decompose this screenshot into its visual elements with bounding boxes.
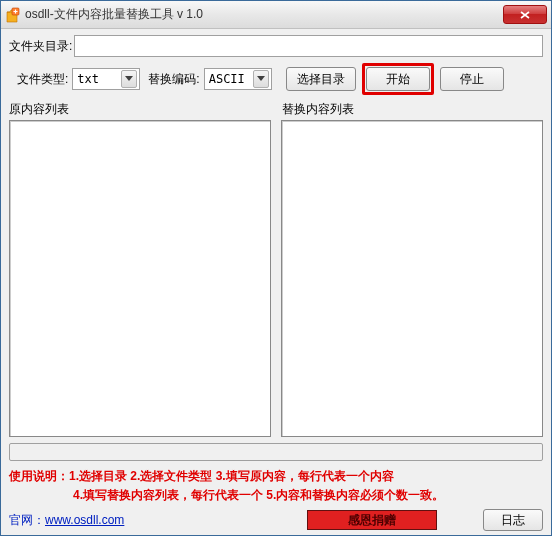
lists-container [9,120,543,437]
progress-bar [9,443,543,461]
site-label: 官网： [9,513,45,527]
encoding-combo[interactable]: ASCII [204,68,272,90]
stop-button[interactable]: 停止 [440,67,504,91]
filetype-value: txt [77,72,121,86]
repl-list-label: 替换内容列表 [282,101,543,118]
instructions-line1: 使用说明：1.选择目录 2.选择文件类型 3.填写原内容，每行代表一个内容 [9,469,394,483]
client-area: 文件夹目录: 文件类型: txt 替换编码: ASCII 选择目录 开始 [1,29,551,535]
window-title: osdll-文件内容批量替换工具 v 1.0 [25,6,503,23]
start-button[interactable]: 开始 [366,67,430,91]
dir-row: 文件夹目录: [9,35,543,57]
site-info: 官网：www.osdll.com [9,512,124,529]
orig-list[interactable] [9,120,271,437]
site-link[interactable]: www.osdll.com [45,513,124,527]
encoding-label: 替换编码: [148,71,199,88]
titlebar[interactable]: osdll-文件内容批量替换工具 v 1.0 [1,1,551,29]
app-window: osdll-文件内容批量替换工具 v 1.0 文件夹目录: 文件类型: txt … [0,0,552,536]
orig-list-label: 原内容列表 [9,101,270,118]
instructions: 使用说明：1.选择目录 2.选择文件类型 3.填写原内容，每行代表一个内容 4.… [9,465,543,507]
choose-dir-button[interactable]: 选择目录 [286,67,356,91]
chevron-down-icon [121,70,137,88]
options-row: 文件类型: txt 替换编码: ASCII 选择目录 开始 停止 [9,63,543,95]
chevron-down-icon [253,70,269,88]
encoding-value: ASCII [209,72,253,86]
list-headers: 原内容列表 替换内容列表 [9,101,543,118]
filetype-combo[interactable]: txt [72,68,140,90]
start-highlight: 开始 [362,63,434,95]
dir-input[interactable] [74,35,543,57]
app-icon [5,7,21,23]
filetype-label: 文件类型: [17,71,68,88]
close-button[interactable] [503,5,547,24]
bottom-row: 官网：www.osdll.com 感恩捐赠 日志 [9,509,543,531]
footer: 使用说明：1.选择目录 2.选择文件类型 3.填写原内容，每行代表一个内容 4.… [9,443,543,531]
instructions-line2: 4.填写替换内容列表，每行代表一个 5.内容和替换内容必须个数一致。 [9,486,543,505]
repl-list[interactable] [281,120,543,437]
log-button[interactable]: 日志 [483,509,543,531]
donate-button[interactable]: 感恩捐赠 [307,510,437,530]
dir-label: 文件夹目录: [9,38,72,55]
